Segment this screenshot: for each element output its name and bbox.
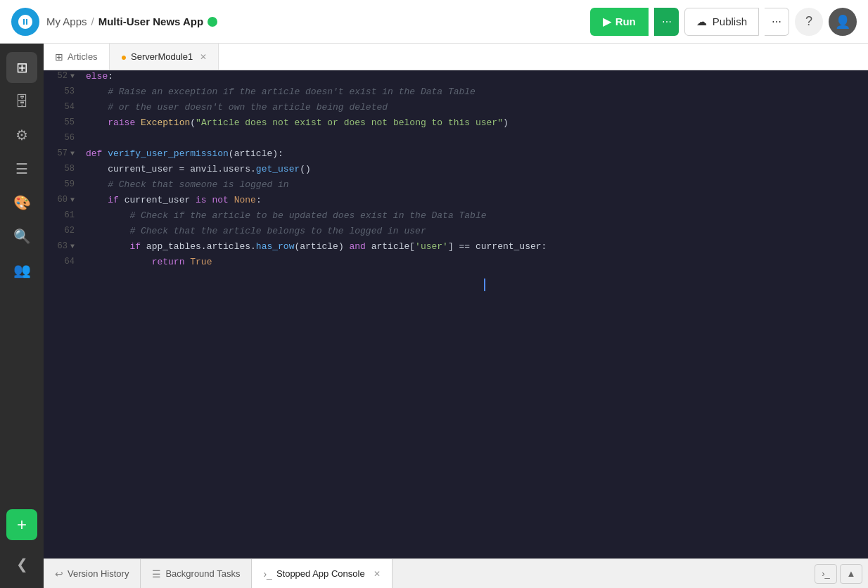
add-button[interactable]: + <box>6 509 37 540</box>
logo[interactable] <box>11 8 39 36</box>
publish-button[interactable]: ☁ Publish <box>684 8 759 36</box>
line-number-62: 62 <box>44 225 80 236</box>
grid-icon: ⊞ <box>16 59 28 76</box>
add-icon: + <box>17 515 27 535</box>
run-icon: ▶ <box>603 15 611 28</box>
line-number-57: 57 ▼ <box>44 148 80 159</box>
line-number-55: 55 <box>44 117 80 128</box>
terminal-button[interactable]: ›_ <box>815 564 837 584</box>
line-content-53: # Raise an exception if the article does… <box>80 86 868 98</box>
run-more-icon: ⋯ <box>662 16 672 27</box>
code-line-57: 57 ▼ def verify_user_permission(article)… <box>44 148 868 163</box>
code-line-52: 52 ▼ else: <box>44 70 868 86</box>
tab-server-module[interactable]: ● ServerModule1 ✕ <box>110 44 219 70</box>
code-line-62: 62 # Check that the article belongs to t… <box>44 225 868 241</box>
settings-icon: ⚙ <box>15 127 28 143</box>
search-icon: 🔍 <box>13 228 31 245</box>
line-number-53: 53 <box>44 86 80 97</box>
sidebar-item-users[interactable]: 👥 <box>6 255 37 286</box>
stopped-app-console-label: Stopped App Console <box>276 568 365 579</box>
editor-empty-space <box>44 271 868 482</box>
code-line-58: 58 current_user = anvil.users.get_user() <box>44 163 868 179</box>
line-number-56: 56 <box>44 132 80 143</box>
sidebar-item-search[interactable]: 🔍 <box>6 221 37 252</box>
tab-version-history[interactable]: ↩ Version History <box>44 559 141 588</box>
line-content-59: # Check that someone is logged in <box>80 179 868 191</box>
server-module-tab-close[interactable]: ✕ <box>200 52 207 62</box>
code-editor[interactable]: 52 ▼ else: 53 # Raise an exception if th… <box>44 70 868 558</box>
header-left: My Apps / Multi-User News App <box>11 8 217 36</box>
line-number-59: 59 <box>44 179 80 190</box>
line-number-58: 58 <box>44 163 80 174</box>
run-more-button[interactable]: ⋯ <box>654 8 679 36</box>
line-content-61: # Check if the article to be updated doe… <box>80 210 868 222</box>
arrow-57: ▼ <box>70 150 75 158</box>
sidebar-item-database[interactable]: 🗄 <box>6 86 37 117</box>
breadcrumb-app-name: Multi-User News App <box>98 15 203 27</box>
line-number-54: 54 <box>44 101 80 113</box>
sidebar-item-list[interactable]: ☰ <box>6 153 37 184</box>
arrow-52: ▼ <box>70 72 75 80</box>
line-number-60: 60 ▼ <box>44 194 80 205</box>
version-history-icon: ↩ <box>55 568 63 580</box>
sidebar-item-settings[interactable]: ⚙ <box>6 120 37 151</box>
publish-label: Publish <box>713 15 747 27</box>
database-icon: 🗄 <box>15 94 29 110</box>
tab-stopped-app-console[interactable]: ›_ Stopped App Console ✕ <box>252 559 392 588</box>
avatar-icon: 👤 <box>835 14 850 30</box>
line-content-57: def verify_user_permission(article): <box>80 148 868 160</box>
publish-more-icon: ⋯ <box>772 16 781 27</box>
publish-more-button[interactable]: ⋯ <box>765 8 789 36</box>
editor-area: ⊞ Articles ● ServerModule1 ✕ 52 ▼ else: … <box>44 44 868 588</box>
line-content-55: raise Exception("Article does not exist … <box>80 117 868 129</box>
breadcrumb-separator: / <box>91 15 94 27</box>
run-label: Run <box>615 15 636 27</box>
status-indicator <box>208 17 217 27</box>
line-number-61: 61 <box>44 210 80 221</box>
server-module-tab-icon: ● <box>121 51 127 63</box>
line-content-52: else: <box>80 70 868 82</box>
tab-background-tasks[interactable]: ☰ Background Tasks <box>141 559 252 588</box>
background-tasks-label: Background Tasks <box>165 568 240 579</box>
collapse-icon: ❮ <box>16 556 28 573</box>
editor-tabs: ⊞ Articles ● ServerModule1 ✕ <box>44 44 868 70</box>
code-line-56: 56 <box>44 132 868 148</box>
user-avatar-button[interactable]: 👤 <box>829 8 857 36</box>
stopped-app-console-icon: ›_ <box>263 568 272 580</box>
main-layout: ⊞ 🗄 ⚙ ☰ 🎨 🔍 👥 + ❮ ⊞ <box>0 44 868 588</box>
users-icon: 👥 <box>13 262 31 279</box>
code-line-61: 61 # Check if the article to be updated … <box>44 210 868 225</box>
code-line-55: 55 raise Exception("Article does not exi… <box>44 117 868 132</box>
bottom-tabs-right: ›_ ▲ <box>815 564 868 584</box>
server-module-tab-label: ServerModule1 <box>131 51 193 62</box>
line-content-64: return True <box>80 256 868 268</box>
breadcrumb: My Apps / Multi-User News App <box>46 15 217 27</box>
line-content-54: # or the user doesn't own the article be… <box>80 101 868 113</box>
publish-cloud-icon: ☁ <box>696 15 707 28</box>
header-right: ▶ Run ⋯ ☁ Publish ⋯ ? 👤 <box>590 8 857 36</box>
expand-button[interactable]: ▲ <box>840 564 862 584</box>
code-line-60: 60 ▼ if current_user is not None: <box>44 194 868 210</box>
stopped-app-console-close[interactable]: ✕ <box>374 569 381 579</box>
help-icon: ? <box>805 14 812 29</box>
breadcrumb-my-apps[interactable]: My Apps <box>46 15 87 27</box>
line-content-63: if app_tables.articles.has_row(article) … <box>80 241 868 253</box>
sidebar-item-grid[interactable]: ⊞ <box>6 52 37 83</box>
tab-articles[interactable]: ⊞ Articles <box>44 44 110 70</box>
sidebar-item-palette[interactable]: 🎨 <box>6 187 37 218</box>
line-number-64: 64 <box>44 256 80 267</box>
code-line-53: 53 # Raise an exception if the article d… <box>44 86 868 101</box>
line-content-62: # Check that the article belongs to the … <box>80 225 868 237</box>
run-button[interactable]: ▶ Run <box>590 8 649 36</box>
articles-tab-label: Articles <box>68 51 98 62</box>
arrow-60: ▼ <box>70 196 75 204</box>
line-content-56 <box>80 132 868 144</box>
terminal-icon: ›_ <box>822 568 830 579</box>
list-icon: ☰ <box>15 160 28 177</box>
background-tasks-icon: ☰ <box>152 568 161 580</box>
line-content-60: if current_user is not None: <box>80 194 868 206</box>
line-number-52: 52 ▼ <box>44 70 80 82</box>
sidebar-collapse-button[interactable]: ❮ <box>6 549 37 580</box>
help-button[interactable]: ? <box>795 8 823 36</box>
expand-icon: ▲ <box>847 568 856 579</box>
